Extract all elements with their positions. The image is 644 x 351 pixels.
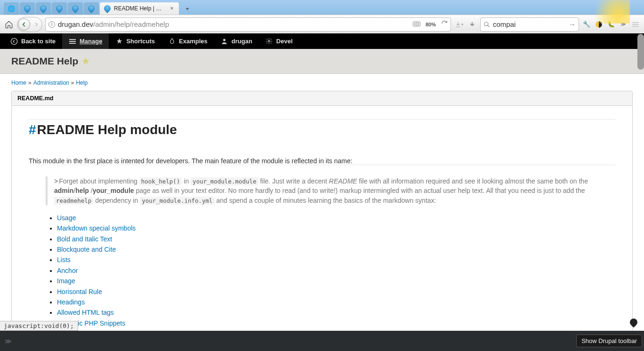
downloads-button[interactable]: ▾ xyxy=(454,19,464,30)
toc-item: Bold and Italic Text xyxy=(57,234,615,244)
search-icon xyxy=(483,21,490,28)
toc-item: Horisontal Rule xyxy=(57,287,615,297)
browser-tab[interactable] xyxy=(68,2,83,15)
readme-panel: README.md #README Help module This modul… xyxy=(11,91,633,330)
devtools-wrench-icon[interactable]: 🔧 xyxy=(582,20,591,29)
readme-heading: #README Help module xyxy=(29,122,615,137)
breadcrumb-home[interactable]: Home xyxy=(11,80,26,86)
svg-point-1 xyxy=(484,22,488,25)
user-menu[interactable]: drugan xyxy=(214,33,259,49)
tab-title: README Help | M… xyxy=(114,5,166,12)
breadcrumb-admin[interactable]: Administration xyxy=(33,80,69,86)
code-hook-help: hook_help() xyxy=(139,177,182,185)
shortcut-star-icon[interactable]: ★ xyxy=(82,56,89,66)
breadcrumb: Home»Administration»Help xyxy=(11,80,633,86)
examples-menu[interactable]: Examples xyxy=(161,33,214,49)
addon-shield-icon[interactable] xyxy=(594,20,604,29)
drupal-icon xyxy=(72,5,79,12)
browser-tab[interactable] xyxy=(84,2,99,15)
toc-item: Headings xyxy=(57,297,615,307)
code-module-file: your_module.module xyxy=(191,177,258,185)
readme-intro: This module in the first place is intent… xyxy=(29,152,615,165)
scrollbar-thumb[interactable] xyxy=(637,34,644,70)
forward-button[interactable] xyxy=(31,19,41,30)
toc-item: Lists xyxy=(57,255,615,265)
toc-item: Usage xyxy=(57,213,615,223)
hash-anchor-icon[interactable]: # xyxy=(29,122,36,137)
search-go-icon[interactable]: → xyxy=(569,20,576,28)
star-icon xyxy=(115,38,123,45)
browser-tab[interactable]: 🌐 xyxy=(4,2,19,15)
back-arrow-icon xyxy=(10,38,18,45)
toc-item: Blockquote and Cite xyxy=(57,244,615,255)
devel-menu[interactable]: Devel xyxy=(259,33,299,49)
code-info-yml: your_module.info.yml xyxy=(140,197,215,205)
toc-item: Allowed HTML tags xyxy=(57,307,615,318)
browser-tab[interactable] xyxy=(36,2,51,15)
blockquote-caret-icon: > xyxy=(54,177,58,185)
info-icon[interactable]: i xyxy=(48,21,55,28)
zoom-level[interactable]: 80% xyxy=(423,21,438,28)
search-box[interactable]: compai → xyxy=(480,17,579,32)
page-title: README Help ★ xyxy=(11,56,633,67)
browser-tab-strip: 🌐 README Help | M… × + xyxy=(0,0,644,15)
menu-button[interactable] xyxy=(631,20,640,29)
code-readmehelp: readmehelp xyxy=(54,197,93,205)
new-tab-button[interactable]: + xyxy=(181,3,193,14)
drop-icon xyxy=(168,38,176,45)
svg-point-5 xyxy=(268,40,270,42)
breadcrumb-help[interactable]: Help xyxy=(76,80,88,86)
page-title-region: README Help ★ xyxy=(0,49,644,74)
manage-menu[interactable]: Manage xyxy=(62,33,109,49)
content-region: Home»Administration»Help README.md #READ… xyxy=(0,74,644,330)
url-text: drugan.dev/admin/help/readmehelp xyxy=(58,20,410,28)
globe-icon: 🌐 xyxy=(8,5,15,12)
readme-blockquote: >Forget about implementing hook_help() i… xyxy=(46,176,615,205)
drupal-icon xyxy=(24,5,31,12)
user-icon xyxy=(221,38,228,45)
drupal-icon xyxy=(88,5,95,12)
reader-mode-icon[interactable] xyxy=(413,20,420,28)
back-to-site-link[interactable]: Back to site xyxy=(4,33,62,49)
drupal-icon xyxy=(40,5,47,12)
url-bar[interactable]: i drugan.dev/admin/help/readmehelp 80% xyxy=(45,17,451,32)
back-forward-group xyxy=(17,17,42,32)
home-button[interactable] xyxy=(4,19,14,30)
overflow-button[interactable]: ≫ xyxy=(619,20,628,29)
shortcuts-menu[interactable]: Shortcuts xyxy=(109,33,161,49)
drupal-icon xyxy=(56,5,63,12)
tab-close-button[interactable]: × xyxy=(169,5,175,12)
status-bar: javascript:void(0); xyxy=(0,321,78,330)
svg-point-4 xyxy=(223,39,225,41)
drupal-icon xyxy=(104,5,111,12)
reload-button[interactable] xyxy=(441,20,448,28)
toc-item: Markdown Text Filter xyxy=(57,328,615,330)
toc-item: Image xyxy=(57,276,615,286)
toc-item: Anchor xyxy=(57,265,615,276)
addon-bug-icon[interactable]: 🐛 xyxy=(606,20,616,29)
readme-filename: README.md xyxy=(12,91,632,106)
svg-point-3 xyxy=(11,38,17,44)
download-indicator[interactable] xyxy=(467,19,477,30)
toc-list: Usage Markdown special symbols Bold and … xyxy=(57,213,615,330)
drupal-toolbar-toggle[interactable] xyxy=(628,317,639,328)
browser-nav-bar: i drugan.dev/admin/help/readmehelp 80% ▾… xyxy=(0,15,644,33)
browser-tab[interactable] xyxy=(52,2,67,15)
search-value: compai xyxy=(493,20,566,28)
hamburger-icon xyxy=(69,38,76,45)
browser-tab[interactable] xyxy=(20,2,35,15)
gear-icon xyxy=(266,38,273,45)
browser-tab-active[interactable]: README Help | M… × xyxy=(100,2,179,15)
toc-item: Dynamic PHP Snippets xyxy=(57,318,615,328)
toc-item: Markdown special symbols xyxy=(57,223,615,233)
back-button[interactable] xyxy=(18,18,30,31)
drupal-admin-toolbar: Back to site Manage Shortcuts Examples d… xyxy=(0,33,644,49)
